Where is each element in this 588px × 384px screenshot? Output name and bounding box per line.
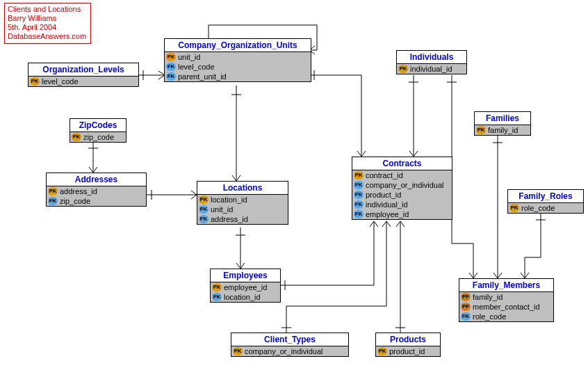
meta-date: 5th. April 2004 bbox=[8, 23, 86, 32]
svg-line-49 bbox=[525, 273, 529, 278]
pk-icon: PK bbox=[199, 195, 209, 204]
entity-family-roles: Family_Roles PKrole_code bbox=[507, 189, 584, 214]
attr-name: product_id bbox=[366, 191, 401, 199]
svg-line-46 bbox=[498, 273, 502, 278]
pk-icon: PK bbox=[166, 53, 176, 61]
entity-families: Families PKfamily_id bbox=[474, 111, 531, 136]
attr-name: individual_id bbox=[410, 65, 452, 73]
pf-icon: PF bbox=[461, 293, 471, 301]
fk-icon: FK bbox=[166, 72, 176, 81]
entity-title: Families bbox=[475, 112, 530, 125]
attr-name: employee_id bbox=[366, 210, 409, 218]
svg-line-35 bbox=[400, 221, 405, 227]
entity-products: Products PKproduct_id bbox=[375, 333, 441, 357]
svg-line-42 bbox=[473, 273, 477, 278]
pk-icon: PK bbox=[212, 283, 222, 291]
meta-author: Barry Williams bbox=[8, 14, 86, 23]
diagram-meta: Clients and Locations Barry Williams 5th… bbox=[4, 3, 91, 44]
attr-name: family_id bbox=[473, 293, 503, 301]
fk-icon: FK bbox=[354, 191, 364, 199]
fk-icon: FK bbox=[354, 181, 364, 189]
svg-line-30 bbox=[382, 221, 386, 227]
svg-line-13 bbox=[361, 151, 366, 157]
attr-name: role_code bbox=[521, 204, 555, 212]
attr-name: location_id bbox=[224, 293, 261, 301]
svg-line-9 bbox=[232, 175, 236, 181]
attr-name: zip_code bbox=[83, 133, 114, 141]
entity-title: Family_Members bbox=[459, 279, 553, 292]
svg-line-31 bbox=[386, 221, 391, 227]
svg-line-39 bbox=[414, 151, 418, 157]
attr-name: level_code bbox=[42, 77, 79, 86]
entity-title: ZipCodes bbox=[70, 119, 126, 132]
fk-icon: FK bbox=[48, 197, 58, 205]
entity-company-organization-units: Company_Organization_Units PKunit_id FKl… bbox=[164, 38, 311, 82]
svg-line-21 bbox=[191, 195, 197, 199]
entity-title: Organization_Levels bbox=[28, 63, 138, 77]
fk-icon: FK bbox=[166, 63, 176, 71]
svg-line-34 bbox=[396, 221, 400, 227]
fk-icon: FK bbox=[354, 200, 364, 209]
svg-line-16 bbox=[89, 167, 93, 173]
entity-zipcodes: ZipCodes PKzip_code bbox=[70, 118, 126, 143]
pk-icon: PK bbox=[72, 133, 81, 141]
entity-addresses: Addresses PKaddress_id FKzip_code bbox=[46, 173, 147, 207]
entity-title: Products bbox=[376, 333, 440, 346]
attr-name: company_or_individual bbox=[245, 347, 323, 355]
entity-title: Client_Types bbox=[231, 333, 348, 346]
meta-site: DatabaseAnswers.com bbox=[8, 32, 86, 41]
entity-title: Company_Organization_Units bbox=[165, 39, 311, 52]
svg-line-45 bbox=[493, 273, 498, 278]
entity-title: Employees bbox=[211, 269, 280, 282]
pk-icon: PK bbox=[354, 171, 364, 179]
entity-title: Individuals bbox=[397, 51, 466, 64]
entity-title: Family_Roles bbox=[508, 190, 583, 203]
entity-client-types: Client_Types PKcompany_or_individual bbox=[231, 333, 349, 357]
attr-name: contract_id bbox=[366, 171, 403, 179]
attr-name: address_id bbox=[60, 187, 97, 195]
svg-line-48 bbox=[521, 273, 525, 278]
pk-icon: PK bbox=[233, 347, 243, 355]
fk-icon: FK bbox=[354, 210, 364, 218]
pf-icon: PF bbox=[461, 303, 471, 311]
attr-name: company_or_individual bbox=[366, 181, 444, 189]
svg-line-17 bbox=[93, 167, 97, 173]
entity-title: Contracts bbox=[352, 157, 452, 170]
entity-individuals: Individuals PKindividual_id bbox=[396, 50, 467, 74]
pk-icon: PK bbox=[30, 77, 40, 86]
attr-name: zip_code bbox=[60, 197, 90, 205]
svg-line-41 bbox=[469, 273, 473, 278]
attr-name: role_code bbox=[473, 312, 506, 321]
entity-family-members: Family_Members PFfamily_id PFmember_cont… bbox=[459, 278, 554, 322]
svg-line-10 bbox=[236, 175, 240, 181]
entity-title: Locations bbox=[197, 182, 288, 195]
attr-name: employee_id bbox=[224, 283, 267, 291]
svg-line-28 bbox=[374, 221, 378, 227]
entity-employees: Employees PKemployee_id FKlocation_id bbox=[210, 269, 281, 303]
attr-name: member_contact_id bbox=[473, 303, 540, 311]
attr-name: product_id bbox=[389, 347, 425, 355]
fk-icon: FK bbox=[212, 293, 222, 301]
entity-organization-levels: Organization_Levels PKlevel_code bbox=[28, 63, 139, 87]
pk-icon: PK bbox=[398, 65, 408, 73]
pk-icon: PK bbox=[509, 204, 519, 212]
pk-icon: PK bbox=[476, 126, 486, 134]
entity-contracts: Contracts PKcontract_id FKcompany_or_ind… bbox=[352, 157, 452, 220]
pk-icon: PK bbox=[377, 347, 387, 355]
svg-line-38 bbox=[409, 151, 414, 157]
svg-line-27 bbox=[370, 221, 374, 227]
fk-icon: FK bbox=[461, 312, 471, 321]
fk-icon: FK bbox=[199, 205, 209, 214]
meta-title: Clients and Locations bbox=[8, 5, 86, 14]
attr-name: unit_id bbox=[211, 205, 233, 214]
svg-line-24 bbox=[236, 263, 240, 269]
fk-icon: FK bbox=[199, 215, 209, 223]
attr-name: parent_unit_id bbox=[178, 72, 227, 81]
entity-locations: Locations PKlocation_id FKunit_id FKaddr… bbox=[197, 181, 288, 225]
attr-name: unit_id bbox=[178, 53, 200, 61]
attr-name: address_id bbox=[211, 215, 248, 223]
attr-name: location_id bbox=[211, 195, 247, 204]
attr-name: individual_id bbox=[366, 200, 408, 209]
attr-row: PKlevel_code bbox=[28, 77, 138, 86]
attr-name: level_code bbox=[178, 63, 215, 71]
